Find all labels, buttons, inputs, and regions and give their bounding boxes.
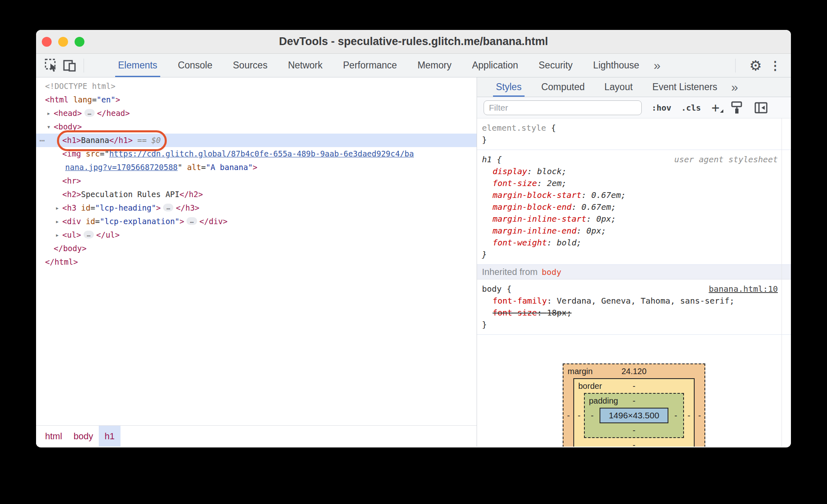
dom-tree-row[interactable]: </body>: [36, 242, 477, 255]
border-left-value[interactable]: -: [574, 411, 584, 420]
rule-selector[interactable]: element.style: [482, 123, 546, 133]
padding-left-value[interactable]: -: [585, 411, 600, 420]
dom-tree-row[interactable]: <h2>Speculation Rules API</h2>: [36, 188, 477, 201]
more-panels-icon[interactable]: »: [654, 59, 660, 73]
inherited-from-bar: Inherited frombody: [477, 265, 791, 279]
expand-arrow-icon[interactable]: ▸: [55, 228, 59, 242]
sidebar-tab-styles[interactable]: Styles: [495, 77, 523, 97]
expand-arrow-icon[interactable]: ▸: [55, 215, 59, 228]
dom-tree-row[interactable]: <hr>: [36, 174, 477, 188]
padding-right-value[interactable]: -: [668, 411, 683, 420]
padding-bottom-value[interactable]: -: [585, 423, 683, 437]
tab-console[interactable]: Console: [177, 54, 214, 77]
traffic-lights: [42, 30, 84, 53]
device-toolbar-icon[interactable]: [61, 57, 80, 75]
dom-node-text: <head>…</head>: [54, 109, 130, 118]
collapse-arrow-icon[interactable]: ▾: [47, 120, 51, 134]
dom-node-text: </body>: [54, 244, 86, 253]
breadcrumb-item-h1[interactable]: h1: [99, 426, 120, 447]
window-title: DevTools - speculative-rules.glitch.me/b…: [279, 35, 548, 48]
toolbar-right-divider: [735, 59, 736, 73]
tab-security[interactable]: Security: [537, 54, 574, 77]
element-classes-button[interactable]: .cls: [681, 103, 701, 113]
tab-performance[interactable]: Performance: [342, 54, 398, 77]
dom-tree-row[interactable]: </html>: [36, 255, 477, 269]
css-property[interactable]: margin-block-start: 0.67em;: [482, 189, 778, 201]
new-style-rule-button[interactable]: +: [711, 104, 719, 112]
styles-filter-input[interactable]: [484, 100, 642, 115]
css-property[interactable]: font-weight: bold;: [482, 237, 778, 249]
inspect-element-icon[interactable]: [42, 57, 61, 75]
css-property[interactable]: display: block;: [482, 166, 778, 177]
dom-tree-row[interactable]: ▸<ul>…</ul>: [36, 228, 477, 242]
expand-arrow-icon[interactable]: ▸: [55, 201, 59, 215]
box-model-padding[interactable]: padding - - 1496×43.500 - -: [584, 393, 684, 438]
close-button[interactable]: [42, 37, 52, 47]
tab-elements[interactable]: Elements: [117, 54, 159, 77]
styles-pane: element.style {}h1 {user agent styleshee…: [477, 118, 791, 447]
inherited-from-label: Inherited from: [482, 267, 538, 277]
style-rule-h1: h1 {user agent stylesheetdisplay: block;…: [477, 150, 791, 265]
tab-application[interactable]: Application: [471, 54, 520, 77]
expand-arrow-icon[interactable]: ▸: [47, 107, 51, 120]
stylesheet-source-link[interactable]: banana.html:10: [709, 283, 778, 295]
margin-label: margin: [568, 364, 593, 378]
expand-ellipsis-button[interactable]: …: [186, 217, 197, 225]
box-model-border[interactable]: border - - padding -: [573, 378, 695, 447]
box-model-margin[interactable]: margin 24.120 - border - -: [563, 363, 705, 447]
dom-tree-row[interactable]: <html lang="en">: [36, 93, 477, 107]
css-property[interactable]: font-family: Verdana, Geneva, Tahoma, sa…: [482, 295, 778, 307]
dom-tree-row[interactable]: ▾<body>: [36, 120, 477, 134]
breadcrumb-item-html[interactable]: html: [39, 426, 68, 447]
dom-tree-row[interactable]: <!DOCTYPE html>: [36, 79, 477, 93]
settings-gear-icon[interactable]: ⚙: [750, 59, 762, 73]
expand-ellipsis-button[interactable]: …: [84, 109, 95, 117]
toggle-element-state-button[interactable]: :hov: [652, 103, 671, 113]
minimize-button[interactable]: [58, 37, 68, 47]
maximize-button[interactable]: [75, 37, 84, 47]
border-right-value[interactable]: -: [684, 411, 694, 420]
dom-tree-row[interactable]: <img src="https://cdn.glitch.global/87b4…: [36, 147, 477, 161]
tab-lighthouse[interactable]: Lighthouse: [592, 54, 641, 77]
sidebar-tab-event-listeners[interactable]: Event Listeners: [651, 77, 719, 97]
tab-sources[interactable]: Sources: [232, 54, 268, 77]
expand-ellipsis-button[interactable]: …: [84, 231, 94, 238]
border-bottom-value[interactable]: -: [574, 438, 694, 447]
tab-memory[interactable]: Memory: [416, 54, 453, 77]
expand-ellipsis-button[interactable]: …: [163, 204, 173, 211]
stylesheet-origin-label: user agent stylesheet: [674, 154, 778, 166]
dom-tree-row[interactable]: ⋯<h1>Banana</h1> == $0: [36, 134, 477, 147]
sidebar-tabs: StylesComputedLayoutEvent Listeners»: [477, 77, 791, 97]
dom-node-text: <body>: [54, 122, 82, 131]
sidebar-tab-layout[interactable]: Layout: [603, 77, 634, 97]
box-model-content[interactable]: 1496×43.500: [600, 408, 668, 423]
margin-right-value[interactable]: -: [695, 411, 704, 420]
border-label: border: [578, 379, 602, 393]
devtools-main: <!DOCTYPE html><html lang="en">▸<head>…<…: [36, 77, 791, 447]
customize-menu-icon[interactable]: ⋮: [769, 59, 781, 73]
dom-tree-row[interactable]: ▸<head>…</head>: [36, 107, 477, 120]
toolbar-divider: [84, 59, 84, 73]
css-property[interactable]: font-size: 2em;: [482, 177, 778, 189]
sidebar-tab-computed[interactable]: Computed: [540, 77, 586, 97]
rule-selector[interactable]: body: [482, 284, 502, 294]
rule-selector[interactable]: h1: [482, 154, 492, 164]
more-sidebar-tabs-icon[interactable]: »: [731, 80, 737, 94]
inherited-selector-link[interactable]: body: [542, 267, 561, 277]
margin-left-value[interactable]: -: [563, 411, 573, 420]
row-menu-dots-icon[interactable]: ⋯: [39, 134, 45, 147]
css-property[interactable]: margin-inline-end: 0px;: [482, 225, 778, 237]
css-property[interactable]: margin-inline-start: 0px;: [482, 213, 778, 225]
breadcrumb-item-body[interactable]: body: [68, 426, 99, 447]
css-property[interactable]: margin-block-end: 0.67em;: [482, 201, 778, 213]
styles-toolbar: :hov .cls +: [477, 97, 791, 118]
tab-network[interactable]: Network: [287, 54, 324, 77]
dom-node-text: <hr>: [62, 176, 81, 185]
dom-tree-row[interactable]: ▸<h3 id="lcp-heading">…</h3>: [36, 201, 477, 215]
paint-format-icon[interactable]: [730, 101, 743, 115]
toggle-sidebar-panel-icon[interactable]: [754, 101, 768, 114]
dom-tree-row[interactable]: ▸<div id="lcp-explanation">…</div>: [36, 215, 477, 228]
styles-scroll-gutter: [782, 118, 782, 447]
css-property[interactable]: font-size: 18px;: [482, 307, 778, 319]
dom-tree-row[interactable]: nana.jpg?v=1705668720588" alt="A banana"…: [36, 161, 477, 174]
